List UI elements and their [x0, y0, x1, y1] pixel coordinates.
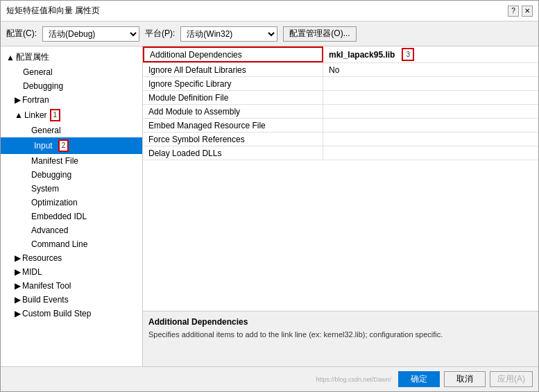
desc-title: Additional Dependencies — [148, 317, 533, 327]
tree-item-label: Build Events — [22, 295, 69, 305]
prop-value-delay-loaded — [323, 146, 538, 160]
tree-item-label: Resources — [22, 253, 62, 263]
bottom-buttons: https://blog.csdn.net/Dawn/ 确定 取消 应用(A) — [1, 366, 538, 391]
tree-item-debugging[interactable]: Debugging — [1, 79, 142, 93]
tree-item-manifest-tool[interactable]: ▶ Manifest Tool — [1, 279, 142, 293]
prop-row-additional-deps[interactable]: Additional Dependencies mkl_lapack95.lib… — [143, 46, 538, 63]
prop-row-force-symbol[interactable]: Force Symbol References — [143, 133, 538, 146]
prop-name-add-module: Add Module to Assembly — [143, 105, 323, 118]
right-panel: Additional Dependencies mkl_lapack95.lib… — [143, 46, 538, 366]
tree-item-label: Linker — [24, 110, 47, 120]
prop-name-delay-loaded: Delay Loaded DLLs — [143, 146, 323, 160]
help-button[interactable]: ? — [508, 6, 519, 17]
platform-select[interactable]: 活动(Win32) — [180, 26, 277, 42]
expand-icon: ▶ — [15, 267, 21, 277]
prop-value-add-module — [323, 105, 538, 118]
prop-name-embed-managed: Embed Managed Resource File — [143, 119, 323, 132]
toolbar: 配置(C): 活动(Debug) 平台(P): 活动(Win32) 配置管理器(… — [1, 22, 538, 46]
prop-row-module-def[interactable]: Module Definition File — [143, 91, 538, 105]
tree-item-custom-build-step[interactable]: ▶ Custom Build Step — [1, 307, 142, 321]
tree-item-linker-manifest[interactable]: Manifest File — [1, 154, 142, 168]
tree-item-resources[interactable]: ▶ Resources — [1, 251, 142, 265]
tree-item-general[interactable]: General — [1, 65, 142, 79]
tree-item-linker-optimization[interactable]: Optimization — [1, 196, 142, 210]
ok-button[interactable]: 确定 — [398, 371, 440, 387]
tree-item-linker-commandline[interactable]: Command Line — [1, 237, 142, 251]
expand-icon: ▶ — [15, 253, 21, 263]
tree-item-label: Debugging — [23, 81, 63, 91]
title-bar: 短矩特征值和向量 属性页 ? ✕ — [1, 1, 538, 22]
tree-item-label: System — [31, 184, 59, 194]
tree-item-linker-advanced[interactable]: Advanced — [1, 223, 142, 237]
prop-value-force-symbol — [323, 133, 538, 146]
tree-item-linker-embedded-idl[interactable]: Embedded IDL — [1, 210, 142, 223]
prop-row-delay-loaded[interactable]: Delay Loaded DLLs — [143, 146, 538, 160]
linker-badge: 1 — [50, 109, 61, 121]
tree-item-linker[interactable]: ▲ Linker 1 — [1, 107, 142, 123]
tree-item-midl[interactable]: ▶ MIDL — [1, 265, 142, 279]
tree-item-linker-debugging[interactable]: Debugging — [1, 168, 142, 182]
desc-text: Specifies additional items to add to the… — [148, 330, 533, 340]
main-dialog: 短矩特征值和向量 属性页 ? ✕ 配置(C): 活动(Debug) 平台(P):… — [0, 0, 539, 392]
prop-name-ignore-default: Ignore All Default Libraries — [143, 63, 323, 76]
prop-value-ignore-specific — [323, 77, 538, 90]
expand-icon: ▶ — [15, 295, 21, 305]
tree-item-label: Input — [31, 140, 55, 151]
tree-item-label: Command Line — [31, 239, 87, 249]
tree-item-label: 配置属性 — [16, 51, 49, 63]
tree-item-peizhishuxing[interactable]: ▲ 配置属性 — [1, 49, 142, 65]
prop-row-add-module[interactable]: Add Module to Assembly — [143, 105, 538, 119]
tree-item-linker-input[interactable]: Input 2 — [1, 137, 142, 154]
tree-item-label: Manifest File — [31, 156, 78, 166]
tree-item-label: Manifest Tool — [22, 281, 71, 291]
prop-name-module-def: Module Definition File — [143, 91, 323, 104]
tree-item-label: Advanced — [31, 225, 68, 235]
input-badge: 2 — [58, 139, 69, 152]
tree-item-fortran[interactable]: ▶ Fortran — [1, 93, 142, 107]
dialog-title: 短矩特征值和向量 属性页 — [6, 5, 100, 17]
config-label: 配置(C): — [6, 28, 37, 40]
prop-value-additional-deps: mkl_lapack95.lib 3 — [323, 46, 538, 62]
prop-row-embed-managed[interactable]: Embed Managed Resource File — [143, 119, 538, 133]
platform-label: 平台(P): — [145, 28, 175, 40]
tree-item-label: Fortran — [22, 95, 49, 105]
tree-item-label: Custom Build Step — [22, 309, 91, 318]
tree-item-label: General — [31, 126, 61, 135]
prop-value-embed-managed — [323, 119, 538, 132]
prop-value-module-def — [323, 91, 538, 104]
tree-item-label: MIDL — [22, 267, 42, 277]
expand-icon: ▲ — [15, 110, 23, 120]
title-bar-buttons: ? ✕ — [508, 6, 533, 17]
tree-item-label: Embedded IDL — [31, 212, 87, 221]
prop-row-ignore-specific[interactable]: Ignore Specific Library — [143, 77, 538, 91]
expand-icon: ▶ — [15, 281, 21, 291]
expand-icon: ▶ — [15, 95, 21, 105]
tree-item-label: General — [23, 67, 53, 77]
close-button[interactable]: ✕ — [522, 6, 533, 17]
tree-item-label: Debugging — [31, 170, 71, 180]
tree-item-linker-system[interactable]: System — [1, 182, 142, 196]
prop-row-ignore-default[interactable]: Ignore All Default Libraries No — [143, 63, 538, 77]
config-select[interactable]: 活动(Debug) — [42, 26, 139, 42]
main-content: ▲ 配置属性 General Debugging ▶ Fortran — [1, 46, 538, 366]
properties-table: Additional Dependencies mkl_lapack95.lib… — [143, 46, 538, 311]
apply-button[interactable]: 应用(A) — [490, 371, 533, 387]
tree-panel: ▲ 配置属性 General Debugging ▶ Fortran — [1, 46, 143, 366]
cancel-button[interactable]: 取消 — [444, 371, 486, 387]
additional-deps-badge: 3 — [402, 48, 414, 61]
expand-icon: ▶ — [15, 309, 21, 318]
prop-value-ignore-default: No — [323, 63, 538, 76]
prop-name-additional-deps: Additional Dependencies — [143, 46, 323, 62]
tree-item-linker-general[interactable]: General — [1, 123, 142, 137]
tree-item-build-events[interactable]: ▶ Build Events — [1, 293, 142, 307]
expand-icon: ▲ — [6, 53, 15, 62]
description-panel: Additional Dependencies Specifies additi… — [143, 311, 538, 366]
config-manager-button[interactable]: 配置管理器(O)... — [283, 26, 356, 42]
prop-name-force-symbol: Force Symbol References — [143, 133, 323, 146]
tree-item-label: Optimization — [31, 198, 78, 207]
prop-name-ignore-specific: Ignore Specific Library — [143, 77, 323, 90]
